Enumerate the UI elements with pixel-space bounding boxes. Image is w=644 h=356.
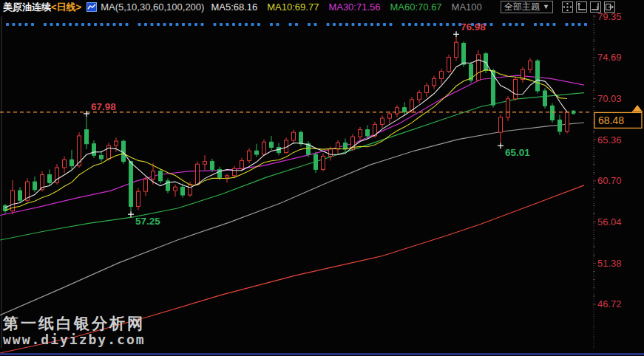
candle-up	[115, 141, 118, 146]
candle-up	[336, 143, 340, 149]
candle-up	[418, 92, 421, 100]
legend-item: MA100	[452, 1, 482, 13]
candle-down	[159, 171, 163, 181]
candle-up	[433, 78, 436, 86]
candle-down	[129, 162, 133, 207]
candle-up	[506, 99, 510, 117]
candle-up	[233, 168, 237, 176]
ma-line-ma200	[0, 185, 584, 353]
candle-down	[462, 43, 466, 64]
candle-up	[359, 130, 362, 137]
candle-up	[292, 132, 296, 140]
ma-line-ma100	[0, 123, 584, 315]
scale-y-button[interactable]	[576, 1, 587, 13]
candlesticks	[4, 37, 569, 214]
candle-down	[218, 169, 222, 177]
candle-up	[189, 185, 192, 195]
candle-down	[255, 151, 259, 154]
slow-ma-lines	[0, 75, 584, 353]
candle-down	[492, 71, 495, 106]
candle-down	[551, 106, 555, 120]
ma-settings-label: MA(5,10,30,60,100,200)	[101, 1, 204, 13]
ma-line-ma30	[0, 75, 584, 215]
candle-up	[381, 118, 384, 124]
candle-up	[477, 55, 481, 81]
axis-label: 74.69	[597, 52, 622, 63]
candle-up	[566, 112, 569, 131]
candle-down	[543, 91, 547, 106]
chevron-down-icon: ▼	[543, 1, 549, 13]
shift-right-icon	[606, 3, 614, 11]
current-price-tag: 68.48	[594, 105, 643, 129]
candle-up	[174, 187, 177, 191]
pan-tool-button[interactable]	[562, 1, 573, 13]
candle-up	[455, 42, 458, 57]
candle-down	[48, 175, 52, 183]
legend-item: MA30:71.56	[328, 1, 380, 13]
mini-chart-icon	[87, 2, 97, 12]
legend-item: MA5:68.16	[211, 1, 257, 13]
candle-up	[248, 151, 251, 160]
candle-up	[63, 160, 67, 168]
scale-x-button[interactable]	[590, 1, 601, 13]
scale-x-icon	[592, 3, 600, 11]
theme-dropdown[interactable]: 全部主题 ▼	[501, 1, 553, 13]
legend-item: MA10:69.77	[267, 1, 319, 13]
candle-down	[85, 130, 89, 144]
axis-label: 70.03	[597, 93, 622, 104]
candle-up	[322, 156, 325, 169]
candle-up	[447, 58, 451, 72]
candle-up	[240, 160, 244, 168]
candle-up	[262, 142, 266, 154]
axis-label: 46.72	[597, 298, 622, 309]
axis-label: 51.38	[597, 258, 622, 269]
symbol-title: 美原油连续	[3, 1, 51, 14]
candle-down	[558, 120, 562, 131]
axis-label: 65.36	[597, 134, 622, 146]
candle-up	[226, 176, 229, 177]
candle-down	[122, 141, 126, 161]
session-dots-row	[6, 23, 587, 26]
candle-down	[100, 155, 104, 159]
price-up-arrow-icon	[633, 105, 642, 111]
pan-icon	[563, 3, 572, 11]
candle-down	[211, 162, 214, 170]
candle-up	[529, 61, 532, 69]
candle-down	[92, 144, 96, 156]
candle-down	[314, 154, 318, 169]
bottom-divider	[0, 353, 644, 355]
chart-annotation: 57.25	[135, 216, 160, 227]
chart-annotation: 65.01	[505, 147, 530, 158]
last-price-marker	[572, 110, 575, 114]
chart-canvas[interactable]: 76.9867.9857.2565.01 79.3574.6970.0365.3…	[0, 0, 644, 356]
candle-down	[181, 187, 185, 195]
candle-up	[388, 114, 392, 118]
chart-window: 美原油连续 <日线> MA(5,10,30,60,100,200) MA5:68…	[0, 0, 644, 356]
axis-label: 60.70	[597, 175, 622, 186]
candle-up	[137, 191, 140, 206]
chart-annotation: 67.98	[91, 101, 116, 112]
candle-up	[152, 171, 155, 179]
candle-up	[514, 79, 518, 98]
shift-right-button[interactable]	[604, 1, 615, 13]
axis-label: 56.04	[597, 216, 622, 227]
candle-up	[440, 72, 444, 79]
candle-down	[536, 61, 540, 91]
chart-annotation: 76.98	[461, 21, 486, 32]
price-axis: 79.3574.6970.0365.3660.7056.0451.3846.72	[593, 11, 622, 349]
candle-down	[18, 191, 22, 200]
ma-line-ma5	[5, 60, 567, 208]
candle-down	[270, 142, 274, 147]
candle-up	[329, 149, 333, 157]
candle-up	[499, 117, 503, 132]
top-toolbar: 美原油连续 <日线> MA(5,10,30,60,100,200) MA5:68…	[0, 0, 644, 14]
candle-down	[366, 130, 370, 136]
legend-item: MA60:70.67	[390, 1, 442, 13]
candle-up	[144, 179, 148, 192]
candle-down	[33, 182, 37, 190]
candle-down	[344, 143, 348, 149]
candle-up	[425, 86, 429, 93]
candle-down	[299, 132, 303, 144]
current-price-label: 68.48	[598, 114, 624, 126]
candle-up	[203, 162, 207, 165]
